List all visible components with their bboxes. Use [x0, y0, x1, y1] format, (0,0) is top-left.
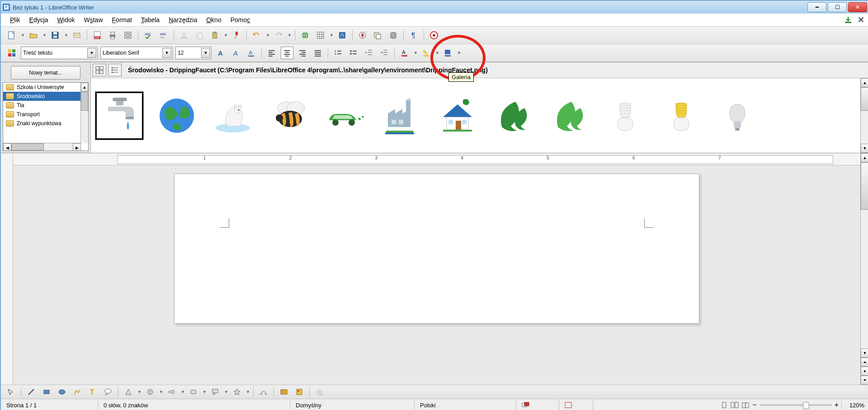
thumb-faucet[interactable]	[95, 92, 143, 140]
underline-button[interactable]: A	[245, 47, 258, 59]
view-multi-icon[interactable]	[731, 401, 739, 409]
gallery-button[interactable]	[372, 29, 384, 42]
bullet-list-button[interactable]	[347, 47, 360, 59]
font-name-combo[interactable]: Liberation Serif▼	[100, 47, 173, 59]
menu-pomoc[interactable]: Pomoc	[226, 14, 255, 25]
justify-button[interactable]	[311, 47, 324, 59]
status-style[interactable]: Domyślny	[290, 399, 415, 410]
indent-dec-button[interactable]	[363, 47, 375, 59]
status-language[interactable]: Polski	[415, 399, 516, 410]
help-button[interactable]	[428, 29, 440, 42]
theme-item-selected[interactable]: Środowisko	[3, 92, 88, 101]
rect-tool[interactable]	[40, 386, 53, 398]
thumb-bee[interactable]	[266, 93, 311, 138]
thumb-bulb-yellow[interactable]	[659, 93, 704, 138]
autospell-button[interactable]: ABC	[157, 29, 170, 42]
number-list-button[interactable]: 12	[332, 47, 344, 59]
callout-shapes-tool[interactable]	[209, 386, 222, 398]
extrusion-tool[interactable]	[313, 386, 326, 398]
italic-button[interactable]: A	[230, 47, 242, 59]
cut-button[interactable]	[178, 29, 190, 42]
menu-wstaw[interactable]: Wstaw	[80, 14, 108, 25]
star-shapes-tool[interactable]	[231, 386, 243, 398]
copy-button[interactable]	[193, 29, 206, 42]
paste-button[interactable]	[208, 29, 221, 42]
status-page[interactable]: Strona 1 / 1	[1, 399, 98, 410]
dropdown-icon[interactable]: ▼	[288, 33, 291, 38]
spellcheck-button[interactable]: ABC	[142, 29, 155, 42]
thumb-factory[interactable]	[378, 93, 424, 138]
line-tool[interactable]	[25, 386, 38, 398]
dropdown-icon[interactable]: ▼	[330, 33, 333, 38]
from-file-tool[interactable]	[293, 386, 306, 398]
dropdown-icon[interactable]: ▼	[414, 51, 417, 55]
datasources-button[interactable]	[387, 29, 400, 42]
new-theme-button[interactable]: Nowy temat...	[11, 66, 80, 80]
fontwork-tool[interactable]	[278, 386, 290, 398]
thumb-earth[interactable]	[154, 93, 199, 138]
vertical-ruler[interactable]	[1, 153, 13, 385]
format-paintbrush-button[interactable]	[230, 29, 243, 42]
view-single-icon[interactable]	[721, 401, 728, 409]
document-background[interactable]	[13, 165, 860, 385]
thumb-house[interactable]	[434, 93, 480, 138]
paragraph-style-combo[interactable]: Treść tekstu▼	[21, 47, 98, 59]
page[interactable]	[174, 174, 699, 324]
theme-item[interactable]: Znaki wypunktowa	[3, 119, 88, 128]
status-selection[interactable]	[559, 399, 593, 410]
thumb-leaves-light[interactable]	[547, 93, 592, 138]
font-size-combo[interactable]: 12▼	[175, 47, 212, 59]
thumb-bulb-grey[interactable]	[715, 93, 760, 138]
theme-list[interactable]: Szkoła i Uniwersyte Środowisko Tła Trans…	[3, 82, 89, 151]
menu-widok[interactable]: Widok	[53, 14, 80, 25]
zoom-out-button[interactable]: −	[752, 401, 756, 409]
thumb-leaves-dark[interactable]	[491, 93, 536, 138]
thumb-polarbear[interactable]	[210, 93, 255, 138]
navigator-button[interactable]	[356, 29, 369, 42]
status-words[interactable]: 0 słów, 0 znaków	[98, 399, 290, 410]
thumb-ecocar[interactable]	[322, 93, 368, 138]
new-doc-button[interactable]	[5, 29, 18, 42]
select-tool[interactable]	[5, 386, 17, 398]
points-tool[interactable]	[257, 386, 270, 398]
theme-item[interactable]: Transport	[3, 110, 88, 119]
close-button[interactable]: ✕	[848, 2, 867, 12]
dropdown-icon[interactable]: ▼	[224, 33, 227, 38]
show-draw-button[interactable]	[336, 29, 349, 42]
download-icon[interactable]	[844, 16, 852, 24]
styles-button[interactable]	[5, 47, 18, 59]
detail-view-button[interactable]	[108, 64, 122, 76]
bold-button[interactable]: A	[214, 47, 227, 59]
arrow-shapes-tool[interactable]	[165, 386, 178, 398]
ellipse-tool[interactable]	[56, 386, 68, 398]
flowchart-tool[interactable]	[187, 386, 200, 398]
icon-view-button[interactable]	[93, 64, 106, 76]
menu-plik[interactable]: Plik	[5, 14, 25, 25]
minimize-button[interactable]: ━	[807, 2, 826, 12]
menu-okno[interactable]: Okno	[202, 14, 226, 25]
email-button[interactable]	[71, 29, 83, 42]
gallery-scrollbar[interactable]: ▲▼	[860, 78, 868, 153]
hyperlink-button[interactable]	[299, 29, 311, 42]
basic-shapes-tool[interactable]	[122, 386, 135, 398]
font-color-button[interactable]: A	[398, 47, 411, 59]
nav-next-icon[interactable]: ⏷	[861, 376, 868, 385]
symbol-shapes-tool[interactable]	[144, 386, 156, 398]
dropdown-icon[interactable]: ▼	[42, 33, 46, 38]
nonprinting-button[interactable]: ¶	[407, 29, 420, 42]
export-pdf-button[interactable]: PDF	[91, 29, 104, 42]
zoom-in-button[interactable]: +	[835, 401, 839, 409]
dropdown-icon[interactable]: ▼	[64, 33, 68, 38]
theme-hscrollbar[interactable]: ◀▶	[3, 143, 81, 151]
dropdown-icon[interactable]: ▼	[21, 33, 24, 38]
theme-item[interactable]: Szkoła i Uniwersyte	[3, 83, 88, 92]
zoom-value[interactable]: 120%	[844, 402, 864, 409]
print-button[interactable]	[106, 29, 119, 42]
open-button[interactable]	[27, 29, 40, 42]
maximize-button[interactable]: ☐	[828, 2, 847, 12]
undo-button[interactable]	[250, 29, 263, 42]
thumb-bulb-white[interactable]	[603, 93, 648, 138]
nav-prev-icon[interactable]: ⏶	[861, 358, 868, 367]
document-scrollbar[interactable]: ▲▼ ⏶ ● ⏷	[860, 153, 868, 385]
align-right-button[interactable]	[296, 47, 309, 59]
